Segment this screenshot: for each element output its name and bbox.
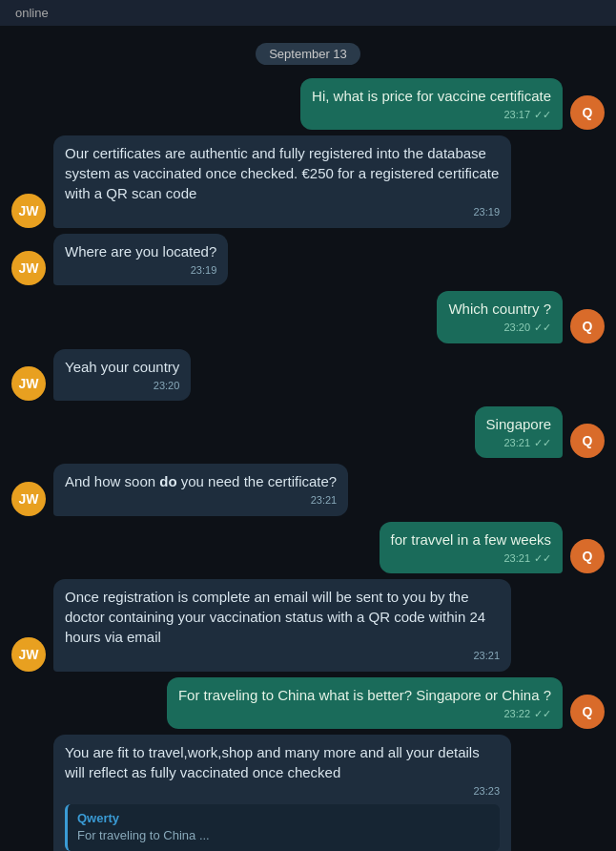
check-marks: ✓✓: [534, 436, 551, 450]
check-marks: ✓✓: [534, 707, 551, 721]
avatar: JW: [11, 194, 46, 228]
message-text: Yeah your country: [65, 357, 179, 377]
message-time: 23:21: [311, 493, 338, 508]
message-time: 23:17: [503, 108, 530, 122]
message-time: 23:19: [473, 205, 500, 219]
check-marks: ✓✓: [534, 551, 551, 566]
message-text: For traveling to China what is better? S…: [178, 685, 551, 705]
message-time: 23:21: [503, 436, 530, 450]
check-marks: ✓✓: [534, 108, 551, 122]
message-time: 23:21: [473, 649, 500, 663]
bubble-sent: Which country ? 23:20 ✓✓: [437, 291, 563, 342]
avatar: JW: [11, 366, 46, 401]
message-row: Hi, what is price for vaccine certificat…: [11, 78, 605, 130]
bubble-sent: Hi, what is price for vaccine certificat…: [300, 78, 563, 130]
bubble-received: Yeah your country 23:20: [53, 349, 191, 401]
message-time: 23:20: [503, 321, 530, 335]
chat-container: September 13 Hi, what is price for vacci…: [0, 26, 616, 851]
reply-preview-text: For traveling to China ...: [77, 827, 490, 844]
date-badge: September 13: [11, 43, 605, 65]
bubble-received: And how soon do you need the certificate…: [53, 464, 348, 515]
reply-sender-name: Qwerty: [77, 810, 490, 827]
message-row: JW And how soon do you need the certific…: [11, 464, 605, 515]
message-text: Where are you located?: [65, 241, 216, 261]
message-text: Hi, what is price for vaccine certificat…: [312, 86, 551, 106]
bubble-received: Our certificates are authentic and fully…: [53, 135, 511, 227]
message-row: JW You are fit to travel,work,shop and m…: [11, 735, 605, 851]
message-text: And how soon do you need the certificate…: [65, 471, 337, 491]
message-text: Our certificates are authentic and fully…: [65, 143, 500, 203]
message-text: Once registration is complete an email w…: [65, 587, 500, 647]
message-text: for travvel in a few weeks: [391, 529, 551, 550]
avatar: Q: [570, 309, 605, 343]
check-marks: ✓✓: [534, 321, 551, 335]
message-time: 23:21: [503, 551, 530, 566]
message-row: Which country ? 23:20 ✓✓ Q: [11, 291, 605, 342]
message-row: For traveling to China what is better? S…: [11, 677, 605, 729]
status-bar: online: [0, 0, 616, 26]
message-text: Singapore: [486, 414, 551, 434]
bubble-sent: for travvel in a few weeks 23:21 ✓✓: [380, 522, 563, 573]
message-row: for travvel in a few weeks 23:21 ✓✓ Q: [11, 522, 605, 573]
avatar: Q: [570, 424, 605, 458]
status-label: online: [15, 6, 49, 20]
message-row: Singapore 23:21 ✓✓ Q: [11, 406, 605, 458]
bubble-sent: For traveling to China what is better? S…: [167, 677, 563, 729]
message-text: You are fit to travel,work,shop and many…: [65, 742, 500, 782]
avatar: Q: [570, 95, 605, 130]
bubble-received: Once registration is complete an email w…: [53, 579, 511, 671]
message-text: Which country ?: [448, 299, 551, 319]
avatar: JW: [11, 637, 46, 672]
bubble-sent: Singapore 23:21 ✓✓: [475, 406, 563, 458]
avatar: JW: [11, 251, 46, 285]
message-time: 23:22: [503, 707, 530, 721]
message-time: 23:19: [191, 263, 217, 278]
bubble-received: Where are you located? 23:19: [53, 234, 228, 285]
message-time: 23:20: [154, 379, 180, 393]
bubble-received: You are fit to travel,work,shop and many…: [53, 735, 511, 851]
message-row: JW Where are you located? 23:19: [11, 234, 605, 285]
reply-quote: Qwerty For traveling to China ...: [65, 804, 500, 850]
message-time: 23:23: [473, 784, 500, 799]
avatar: Q: [570, 695, 605, 729]
message-row: JW Once registration is complete an emai…: [11, 579, 605, 671]
avatar: JW: [11, 482, 46, 516]
avatar: Q: [570, 539, 605, 573]
message-row: JW Our certificates are authentic and fu…: [11, 135, 605, 227]
message-row: JW Yeah your country 23:20: [11, 349, 605, 401]
